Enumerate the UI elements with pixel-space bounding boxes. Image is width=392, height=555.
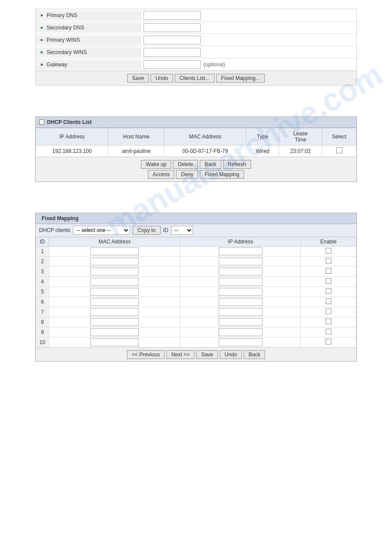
enable-checkbox[interactable] <box>326 278 331 284</box>
mac-input[interactable] <box>90 338 139 346</box>
deny-button[interactable]: Deny <box>176 170 198 179</box>
fixed-row-mac[interactable] <box>49 327 180 337</box>
fixed-undo-button[interactable]: Undo <box>220 350 242 359</box>
mac-input[interactable] <box>90 247 139 255</box>
ip-input[interactable] <box>219 308 263 316</box>
id-select[interactable]: -- <box>171 226 193 235</box>
fixed-mapping-dhcp-button[interactable]: Fixed Mapping <box>200 170 244 179</box>
header-checkbox[interactable] <box>39 120 44 125</box>
fixed-row-mac[interactable] <box>49 337 180 348</box>
mac-input[interactable] <box>90 318 139 326</box>
fixed-row-id: 6 <box>36 297 49 307</box>
enable-checkbox[interactable] <box>326 258 331 264</box>
fixed-row-ip[interactable] <box>180 307 301 317</box>
client-lease: 23:07:02 <box>279 145 322 157</box>
fixed-row-enable[interactable] <box>301 317 356 327</box>
fixed-col-id: ID <box>36 237 49 247</box>
fixed-row-enable[interactable] <box>301 307 356 317</box>
fixed-back-button[interactable]: Back <box>244 350 265 359</box>
fixed-row-ip[interactable] <box>180 287 301 297</box>
secondary-wins-input[interactable] <box>144 48 201 57</box>
fixed-row-mac[interactable] <box>49 317 180 327</box>
primary-wins-row: ► Primary WINS <box>36 34 356 46</box>
fixed-mapping-table: ID MAC Address IP Address Enable 1 2 3 <box>36 237 356 348</box>
enable-checkbox[interactable] <box>326 298 331 304</box>
fixed-save-button[interactable]: Save <box>196 350 218 359</box>
mac-input[interactable] <box>90 258 139 265</box>
ip-input[interactable] <box>219 268 263 276</box>
client-mac: 00-0D-87-17-FB-79 <box>164 145 246 157</box>
primary-wins-input[interactable] <box>144 36 201 44</box>
fixed-mapping-button[interactable]: Fixed Mapping... <box>216 74 265 83</box>
client-select[interactable] <box>322 145 356 157</box>
client-type: Wired <box>246 145 279 157</box>
mac-input[interactable] <box>90 268 139 276</box>
dhcp-clients-label: DHCP clients <box>39 227 70 233</box>
mac-input[interactable] <box>90 328 139 336</box>
ip-input[interactable] <box>219 328 263 336</box>
enable-checkbox[interactable] <box>326 319 331 324</box>
fixed-row-ip[interactable] <box>180 327 301 337</box>
fixed-row-ip[interactable] <box>180 277 301 287</box>
fixed-row-mac[interactable] <box>49 307 180 317</box>
fixed-row-id: 3 <box>36 267 49 277</box>
ip-input[interactable] <box>219 258 263 265</box>
fixed-row-mac[interactable] <box>49 247 180 257</box>
mac-input[interactable] <box>90 308 139 316</box>
primary-dns-input[interactable] <box>144 11 201 20</box>
enable-checkbox[interactable] <box>326 329 331 334</box>
fixed-row-ip[interactable] <box>180 317 301 327</box>
fixed-row-enable[interactable] <box>301 267 356 277</box>
ip-input[interactable] <box>219 278 263 286</box>
dhcp-clients-select[interactable]: -- select one -- <box>73 226 130 235</box>
enable-checkbox[interactable] <box>326 308 331 314</box>
fixed-row-mac[interactable] <box>49 297 180 307</box>
refresh-button[interactable]: Refresh <box>223 160 251 169</box>
fixed-row-ip[interactable] <box>180 297 301 307</box>
back-button[interactable]: Back <box>200 160 221 169</box>
mac-input[interactable] <box>90 298 139 306</box>
ip-input[interactable] <box>219 318 263 326</box>
mac-input[interactable] <box>90 278 139 286</box>
mac-input[interactable] <box>90 288 139 296</box>
fixed-row-enable[interactable] <box>301 247 356 257</box>
gateway-input[interactable] <box>144 60 201 69</box>
fixed-row-ip[interactable] <box>180 337 301 348</box>
fixed-row-enable[interactable] <box>301 327 356 337</box>
fixed-row-ip[interactable] <box>180 257 301 267</box>
enable-checkbox[interactable] <box>326 339 331 345</box>
copy-to-button[interactable]: Copy to <box>133 226 160 235</box>
undo-button[interactable]: Undo <box>151 74 173 83</box>
ip-input[interactable] <box>219 338 263 346</box>
client-checkbox[interactable] <box>336 147 342 153</box>
ip-input[interactable] <box>219 247 263 255</box>
fixed-row-ip[interactable] <box>180 247 301 257</box>
ip-input[interactable] <box>219 298 263 306</box>
enable-checkbox[interactable] <box>326 288 331 294</box>
col-type: Type <box>246 128 279 145</box>
fixed-row-mac[interactable] <box>49 267 180 277</box>
fixed-row-mac[interactable] <box>49 277 180 287</box>
ip-input[interactable] <box>219 288 263 296</box>
fixed-row-enable[interactable] <box>301 337 356 348</box>
enable-checkbox[interactable] <box>326 268 331 274</box>
next-button[interactable]: Next >> <box>166 350 194 359</box>
clients-list-button[interactable]: Clients List... <box>175 74 215 83</box>
wake-up-button[interactable]: Wake up <box>141 160 171 169</box>
fixed-row-enable[interactable] <box>301 297 356 307</box>
delete-button[interactable]: Delete <box>173 160 198 169</box>
fixed-row-mac[interactable] <box>49 257 180 267</box>
fixed-row-enable[interactable] <box>301 257 356 267</box>
access-button[interactable]: Access <box>148 170 175 179</box>
gateway-label: ► Gateway <box>36 60 141 69</box>
prev-button[interactable]: << Previous <box>127 350 165 359</box>
fixed-row-mac[interactable] <box>49 287 180 297</box>
fixed-row-enable[interactable] <box>301 277 356 287</box>
fixed-row-ip[interactable] <box>180 267 301 277</box>
save-button[interactable]: Save <box>127 74 149 83</box>
client-ip: 192.168.123.100 <box>36 145 108 157</box>
enable-checkbox[interactable] <box>326 248 331 254</box>
fixed-row-enable[interactable] <box>301 287 356 297</box>
primary-wins-value <box>141 34 356 46</box>
secondary-dns-input[interactable] <box>144 23 201 32</box>
